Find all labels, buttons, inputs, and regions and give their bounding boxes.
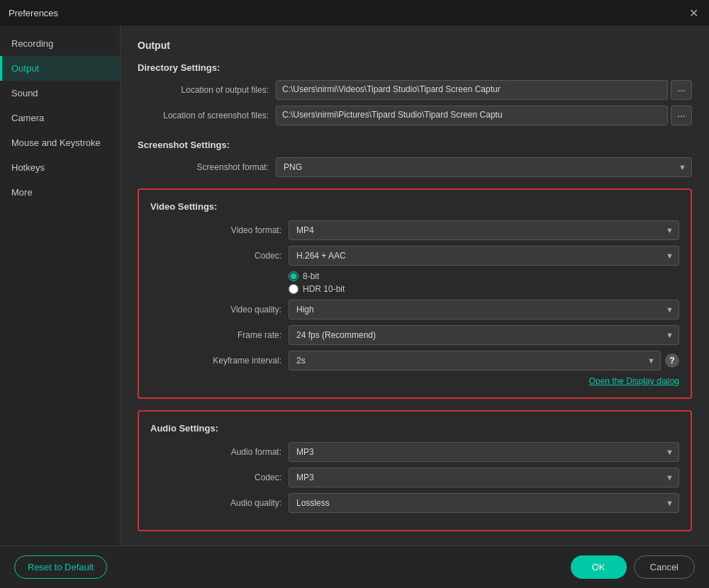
preferences-window: Screenshot by —— Softopaz Screenshot by … [0, 0, 709, 588]
close-button[interactable]: ✕ [686, 6, 700, 20]
keyframe-help-icon[interactable]: ? [665, 354, 679, 368]
main-layout: Recording Output Sound Camera Mouse and … [0, 26, 709, 545]
hdr-row: HDR 10-bit [150, 284, 679, 294]
audio-quality-row: Audio quality: Lossless High Medium ▼ [150, 493, 679, 513]
screenshot-settings: Screenshot Settings: Screenshot format: … [138, 140, 692, 177]
video-output-row: Location of output files: C:\Users\nirmi… [138, 80, 692, 100]
footer-right-buttons: OK Cancel [571, 555, 695, 579]
sidebar: Recording Output Sound Camera Mouse and … [0, 26, 121, 545]
screenshot-format-label: Screenshot format: [138, 162, 269, 172]
sidebar-item-camera[interactable]: Camera [0, 106, 120, 130]
audio-settings-box: Audio Settings: Audio format: MP3 AAC WA… [138, 410, 692, 531]
bit8-row: 8-bit [150, 271, 679, 281]
video-settings-title: Video Settings: [150, 201, 679, 212]
frame-rate-wrapper: 24 fps (Recommend) 30 fps 60 fps ▼ [289, 325, 679, 345]
frame-rate-row: Frame rate: 24 fps (Recommend) 30 fps 60… [150, 325, 679, 345]
video-output-path[interactable]: C:\Users\nirmi\Videos\Tipard Studio\Tipa… [276, 80, 668, 100]
screenshot-output-path[interactable]: C:\Users\nirmi\Pictures\Tipard Studio\Ti… [276, 106, 668, 125]
screenshot-format-row: Screenshot format: PNG JPG BMP ▼ [138, 157, 692, 177]
sidebar-item-mouse[interactable]: Mouse and Keystroke [0, 130, 120, 155]
keyframe-select[interactable]: 2s 1s 5s [289, 351, 661, 371]
screenshot-format-select[interactable]: PNG JPG BMP [276, 157, 692, 177]
video-quality-row: Video quality: High Medium Low ▼ [150, 300, 679, 320]
bit8-radio[interactable] [289, 271, 298, 281]
keyframe-wrapper: 2s 1s 5s ▼ ? [289, 351, 679, 371]
screenshot-output-browse-button[interactable]: ··· [671, 106, 692, 125]
video-format-row: Video format: MP4 MOV AVI ▼ [150, 220, 679, 240]
sidebar-item-recording[interactable]: Recording [0, 31, 120, 56]
audio-quality-select[interactable]: Lossless High Medium [289, 493, 679, 513]
video-format-label: Video format: [150, 225, 281, 235]
sidebar-item-output[interactable]: Output [0, 56, 120, 81]
sidebar-item-hotkeys[interactable]: Hotkeys [0, 155, 120, 180]
audio-codec-wrapper: MP3 AAC ▼ [289, 468, 679, 487]
titlebar: Preferences ✕ [0, 0, 709, 26]
audio-quality-wrapper: Lossless High Medium ▼ [289, 493, 679, 513]
ok-button[interactable]: OK [571, 555, 627, 579]
codec-select[interactable]: H.264 + AAC H.265 + AAC [289, 246, 679, 266]
video-settings-box: Video Settings: Video format: MP4 MOV AV… [138, 188, 692, 399]
codec-wrapper: H.264 + AAC H.265 + AAC ▼ [289, 246, 679, 266]
hdr10-label: HDR 10-bit [303, 284, 345, 294]
video-quality-label: Video quality: [150, 305, 281, 315]
screenshot-format-wrapper: PNG JPG BMP ▼ [276, 157, 692, 177]
content-area: Output Directory Settings: Location of o… [121, 26, 709, 545]
video-quality-wrapper: High Medium Low ▼ [289, 300, 679, 320]
reset-button[interactable]: Reset to Default [14, 555, 107, 579]
directory-settings: Directory Settings: Location of output f… [138, 62, 692, 125]
frame-rate-label: Frame rate: [150, 330, 281, 340]
keyframe-row: Keyframe interval: 2s 1s 5s ▼ ? [150, 351, 679, 371]
codec-label: Codec: [150, 251, 281, 261]
video-format-wrapper: MP4 MOV AVI ▼ [289, 220, 679, 240]
keyframe-label: Keyframe interval: [150, 356, 281, 366]
screenshot-output-row: Location of screenshot files: C:\Users\n… [138, 106, 692, 125]
audio-codec-select[interactable]: MP3 AAC [289, 468, 679, 487]
display-link-row: Open the Display dialog [150, 376, 679, 386]
audio-codec-row: Codec: MP3 AAC ▼ [150, 468, 679, 487]
video-output-label: Location of output files: [138, 85, 269, 95]
audio-format-select[interactable]: MP3 AAC WAV [289, 442, 679, 462]
screenshot-section-title: Screenshot Settings: [138, 140, 692, 150]
display-dialog-link[interactable]: Open the Display dialog [589, 376, 679, 386]
sidebar-item-sound[interactable]: Sound [0, 81, 120, 106]
hdr10-radio[interactable] [289, 284, 298, 294]
audio-format-label: Audio format: [150, 447, 281, 457]
screenshot-output-label: Location of screenshot files: [138, 111, 269, 120]
footer: Reset to Default OK Cancel [0, 545, 709, 588]
window-title: Preferences [9, 8, 58, 18]
audio-format-row: Audio format: MP3 AAC WAV ▼ [150, 442, 679, 462]
directory-section-title: Directory Settings: [138, 62, 692, 73]
frame-rate-select[interactable]: 24 fps (Recommend) 30 fps 60 fps [289, 325, 679, 345]
cancel-button[interactable]: Cancel [634, 555, 695, 579]
video-output-browse-button[interactable]: ··· [671, 80, 692, 100]
audio-quality-label: Audio quality: [150, 498, 281, 508]
codec-row: Codec: H.264 + AAC H.265 + AAC ▼ [150, 246, 679, 266]
audio-format-wrapper: MP3 AAC WAV ▼ [289, 442, 679, 462]
audio-codec-label: Codec: [150, 473, 281, 482]
video-quality-select[interactable]: High Medium Low [289, 300, 679, 320]
video-format-select[interactable]: MP4 MOV AVI [289, 220, 679, 240]
bit8-label: 8-bit [303, 271, 319, 281]
sidebar-item-more[interactable]: More [0, 180, 120, 205]
audio-settings-title: Audio Settings: [150, 423, 679, 434]
output-section-title: Output [138, 40, 692, 51]
